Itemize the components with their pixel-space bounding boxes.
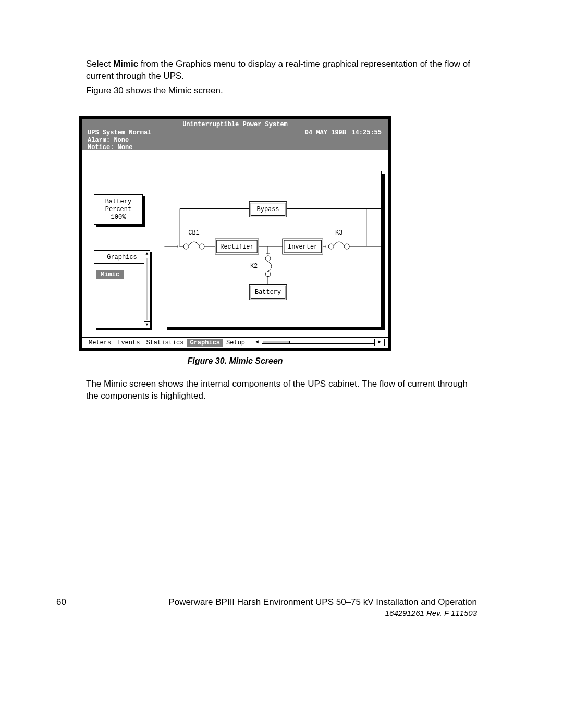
footer-revision: 164291261 Rev. F 111503 bbox=[128, 609, 477, 618]
battery-percent-box: Battery Percent 100% bbox=[94, 194, 143, 225]
chevron-up-icon[interactable]: ▲ bbox=[144, 251, 150, 257]
menu-events[interactable]: Events bbox=[114, 339, 143, 347]
footer-rule bbox=[50, 590, 513, 590]
battery-label-2: Percent bbox=[105, 206, 131, 214]
mimic-screen-figure: Uninterruptible Power System UPS System … bbox=[79, 116, 391, 351]
paragraph-2: Figure 30 shows the Mimic screen. bbox=[86, 85, 472, 97]
figure-caption: Figure 30. Mimic Screen bbox=[79, 356, 391, 366]
svg-point-10 bbox=[183, 244, 189, 249]
svg-point-22 bbox=[328, 244, 334, 249]
footer-page-number: 60 bbox=[56, 597, 66, 608]
bypass-label: Bypass bbox=[257, 206, 279, 213]
k3-label: K3 bbox=[335, 229, 342, 237]
mimic-word: Mimic bbox=[113, 59, 138, 69]
scrollbar-track[interactable] bbox=[262, 341, 374, 344]
battery-label-1: Battery bbox=[105, 198, 131, 206]
svg-point-17 bbox=[265, 256, 271, 261]
screen-header: Uninterruptible Power System UPS System … bbox=[82, 119, 388, 150]
inverter-label: Inverter bbox=[288, 243, 317, 251]
graphics-menu-item-mimic[interactable]: Mimic bbox=[96, 270, 124, 279]
chevron-right-icon[interactable]: ► bbox=[374, 339, 384, 346]
graphics-menu-item-row: Mimic bbox=[94, 268, 150, 279]
screen-inner: Uninterruptible Power System UPS System … bbox=[82, 119, 388, 348]
menu-setup[interactable]: Setup bbox=[223, 339, 248, 347]
scrollbar-track[interactable] bbox=[146, 258, 148, 320]
k2-label: K2 bbox=[250, 263, 258, 270]
graphics-menu-scrollbar[interactable]: ▲ ▼ bbox=[144, 251, 150, 328]
text: from the Graphics menu to display a real… bbox=[86, 59, 470, 81]
header-date: 04 MAY 1998 bbox=[305, 129, 346, 137]
battery-label: Battery bbox=[255, 289, 281, 296]
horizontal-scrollbar[interactable]: ◄ ► bbox=[252, 339, 385, 346]
footer-title: Powerware BPIII Harsh Environment UPS 50… bbox=[128, 597, 477, 608]
header-time: 14:25:55 bbox=[351, 129, 382, 137]
text: Select bbox=[86, 59, 113, 69]
scrollbar-handle[interactable] bbox=[263, 341, 290, 344]
cb1-label: CB1 bbox=[188, 229, 199, 237]
header-alarm: Alarm: None bbox=[88, 137, 129, 144]
chevron-left-icon[interactable]: ◄ bbox=[252, 339, 262, 346]
mimic-diagram: Bypass Rectifier Inverter Battery bbox=[164, 171, 382, 327]
chevron-down-icon[interactable]: ▼ bbox=[144, 321, 150, 328]
paragraph-1: Select Mimic from the Graphics menu to d… bbox=[86, 58, 472, 82]
rectifier-label: Rectifier bbox=[220, 243, 253, 251]
header-status: UPS System Normal bbox=[88, 129, 151, 137]
svg-point-18 bbox=[265, 272, 271, 277]
menu-meters[interactable]: Meters bbox=[85, 339, 114, 347]
divider bbox=[94, 263, 150, 264]
svg-point-23 bbox=[344, 244, 349, 249]
menu-graphics[interactable]: Graphics bbox=[187, 339, 223, 347]
header-title: Uninterruptible Power System bbox=[82, 121, 388, 128]
document-page: Select Mimic from the Graphics menu to d… bbox=[0, 0, 563, 728]
battery-value: 100% bbox=[111, 214, 126, 221]
diagram-svg: Bypass Rectifier Inverter Battery bbox=[164, 171, 381, 327]
header-notice: Notice: None bbox=[88, 144, 132, 151]
svg-point-11 bbox=[199, 244, 204, 249]
paragraph-3: The Mimic screen shows the internal comp… bbox=[86, 378, 472, 402]
graphics-menu-title: Graphics bbox=[94, 251, 150, 263]
graphics-menu-panel: Graphics Mimic ▲ ▼ bbox=[94, 250, 150, 328]
menu-statistics[interactable]: Statistics bbox=[143, 339, 187, 347]
menu-bar: Meters Events Statistics Graphics Setup … bbox=[82, 337, 388, 348]
